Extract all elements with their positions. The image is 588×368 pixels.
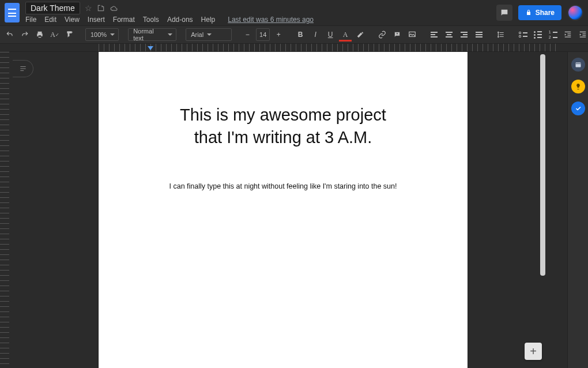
bold-icon[interactable]: B <box>294 28 307 42</box>
explore-button[interactable]: + <box>525 343 542 360</box>
share-button-label: Share <box>536 9 555 17</box>
keep-addon-icon[interactable] <box>571 80 585 93</box>
text-color-icon[interactable]: A <box>339 28 352 42</box>
highlight-color-icon[interactable] <box>354 28 367 42</box>
cloud-status-icon[interactable] <box>110 4 119 12</box>
align-right-icon[interactable] <box>458 28 470 42</box>
scrollbar-thumb[interactable] <box>540 54 545 276</box>
vertical-scrollbar[interactable] <box>540 52 545 368</box>
tasks-addon-icon[interactable] <box>571 102 585 115</box>
font-size-increase-icon[interactable]: + <box>272 28 285 42</box>
document-outline-toggle[interactable] <box>13 60 33 77</box>
heading-line-2: that I'm writing at 3 A.M. <box>194 128 372 147</box>
docs-logo-icon[interactable] <box>5 3 20 22</box>
paragraph-style-select[interactable]: Normal text <box>128 28 176 41</box>
account-avatar[interactable] <box>567 5 583 21</box>
header-right: Share <box>496 5 583 21</box>
star-icon[interactable]: ☆ <box>85 3 92 13</box>
font-size-input[interactable]: 14 <box>256 28 270 41</box>
document-title-input[interactable]: Dark Theme <box>25 2 80 14</box>
workspace: This is my awesome project that I'm writ… <box>0 52 588 368</box>
align-left-icon[interactable] <box>428 28 440 42</box>
style-value: Normal text <box>133 28 164 42</box>
side-panel <box>567 52 588 368</box>
redo-icon[interactable] <box>18 28 31 42</box>
spellcheck-icon[interactable]: A✓ <box>48 28 61 42</box>
print-icon[interactable] <box>33 28 46 42</box>
italic-icon[interactable]: I <box>309 28 322 42</box>
indent-marker-icon[interactable] <box>148 46 153 50</box>
horizontal-ruler[interactable] <box>9 44 588 52</box>
menu-view[interactable]: View <box>65 16 80 24</box>
comments-icon[interactable] <box>496 5 512 21</box>
align-justify-icon[interactable] <box>473 28 485 42</box>
numbered-list-icon[interactable]: 12 <box>546 28 559 42</box>
document-body-text[interactable]: I can finally type this at night without… <box>140 182 426 190</box>
heading-line-1: This is my awesome project <box>180 106 386 124</box>
menu-insert[interactable]: Insert <box>88 16 105 24</box>
toolbar: A✓ 100% Normal text Arial − 14 + B I U A… <box>0 25 588 44</box>
zoom-select[interactable]: 100% <box>85 28 119 41</box>
document-heading[interactable]: This is my awesome project that I'm writ… <box>140 104 426 149</box>
vertical-ruler[interactable] <box>0 52 9 368</box>
zoom-value: 100% <box>91 31 107 38</box>
canvas-area: This is my awesome project that I'm writ… <box>9 52 567 368</box>
paint-format-icon[interactable] <box>63 28 76 42</box>
checklist-icon[interactable] <box>517 28 529 42</box>
menubar: File Edit View Insert Format Tools Add-o… <box>25 16 314 24</box>
last-edit-link[interactable]: Last edit was 6 minutes ago <box>228 16 314 24</box>
calendar-addon-icon[interactable] <box>571 58 585 72</box>
align-center-icon[interactable] <box>443 28 455 42</box>
bulleted-list-icon[interactable] <box>532 28 544 42</box>
underline-icon[interactable]: U <box>324 28 337 42</box>
share-button[interactable]: Share <box>518 5 561 20</box>
titlebar: Dark Theme ☆ File Edit View Insert Forma… <box>0 0 588 25</box>
move-icon[interactable] <box>97 4 105 12</box>
ruler-ticks <box>99 44 556 51</box>
svg-rect-1 <box>575 63 581 67</box>
insert-image-icon[interactable] <box>406 28 419 42</box>
increase-indent-icon[interactable] <box>576 28 588 42</box>
title-group: Dark Theme ☆ File Edit View Insert Forma… <box>25 2 314 24</box>
font-select[interactable]: Arial <box>186 28 232 41</box>
undo-icon[interactable] <box>3 28 16 42</box>
menu-format[interactable]: Format <box>113 16 135 24</box>
lock-icon <box>525 9 532 16</box>
font-value: Arial <box>191 31 203 38</box>
menu-tools[interactable]: Tools <box>143 16 159 24</box>
menu-edit[interactable]: Edit <box>44 16 56 24</box>
font-size-decrease-icon[interactable]: − <box>241 28 254 42</box>
font-size-value: 14 <box>259 31 266 38</box>
menu-addons[interactable]: Add-ons <box>167 16 193 24</box>
insert-link-icon[interactable] <box>376 28 389 42</box>
decrease-indent-icon[interactable] <box>561 28 574 42</box>
menu-help[interactable]: Help <box>201 16 216 24</box>
menu-file[interactable]: File <box>25 16 36 24</box>
document-page[interactable]: This is my awesome project that I'm writ… <box>99 52 468 368</box>
line-spacing-icon[interactable] <box>495 28 507 42</box>
add-comment-icon[interactable] <box>391 28 404 42</box>
